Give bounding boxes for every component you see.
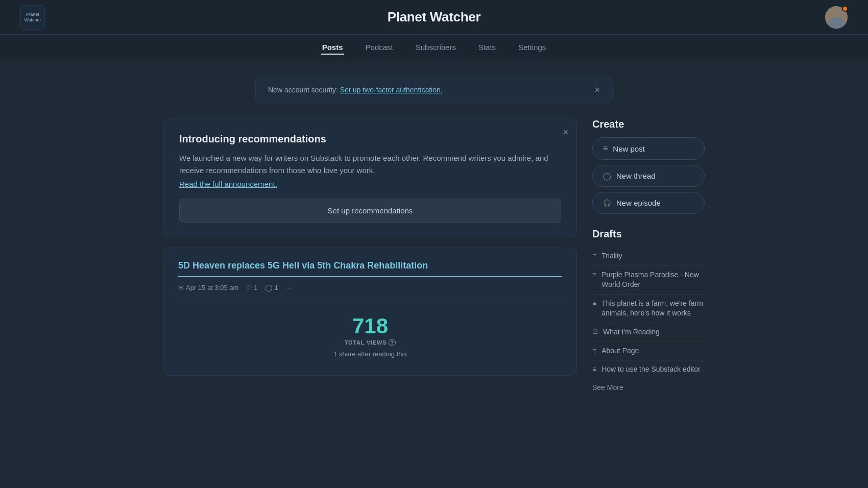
- new-post-button[interactable]: ≡ New post: [592, 137, 705, 160]
- draft-about[interactable]: ≡ About Page: [592, 342, 705, 361]
- total-views-label: TOTAL VIEWS ?: [178, 339, 562, 346]
- comment-icon: ◯: [265, 284, 273, 291]
- post-title[interactable]: 5D Heaven replaces 5G Hell via 5th Chakr…: [178, 260, 562, 277]
- draft-icon-3: ⊡: [592, 328, 598, 335]
- nav-posts[interactable]: Posts: [321, 41, 344, 55]
- draft-icon-1: ≡: [592, 271, 596, 279]
- share-text: 1 share after reading this: [178, 350, 562, 358]
- logo-container: Planet Watcher: [20, 5, 45, 30]
- logo-text: Planet Watcher: [24, 12, 41, 23]
- post-likes: 1: [254, 284, 257, 291]
- total-views-number: 718: [178, 315, 562, 337]
- left-panel: × Introducing recommendations We launche…: [163, 118, 577, 376]
- mail-icon: ✉: [178, 284, 184, 291]
- recommendations-card: × Introducing recommendations We launche…: [163, 118, 577, 237]
- post-meta: ✉ Apr 15 at 3:05 am ♡ 1 ◯ 1 ···: [178, 284, 562, 291]
- drafts-title: Drafts: [592, 228, 705, 240]
- draft-icon-0: ≡: [592, 252, 596, 260]
- recommendations-title: Introducing recommendations: [179, 133, 561, 145]
- two-factor-link[interactable]: Set up two-factor authentication.: [340, 86, 443, 94]
- nav-subscribers[interactable]: Subscribers: [415, 41, 457, 55]
- nav-podcast[interactable]: Podcast: [365, 41, 394, 55]
- episode-icon: 🎧: [603, 199, 611, 207]
- post-date: Apr 15 at 3:05 am: [186, 284, 238, 291]
- drafts-section: Drafts ≡ Triality ≡ Purple Plasma Paradi…: [592, 228, 705, 396]
- security-text: New account security: Set up two-factor …: [268, 86, 443, 94]
- create-title: Create: [592, 118, 705, 130]
- recommendations-body: We launched a new way for writers on Sub…: [179, 152, 561, 177]
- header: Planet Watcher Planet Watcher: [0, 0, 868, 35]
- thread-icon: ◯: [603, 172, 611, 180]
- recommendations-close[interactable]: ×: [563, 127, 568, 138]
- user-avatar[interactable]: [825, 6, 848, 29]
- draft-purple-plasma[interactable]: ≡ Purple Plasma Paradise - New World Ord…: [592, 266, 705, 295]
- right-panel: Create ≡ New post ◯ New thread 🎧 New epi…: [592, 118, 705, 396]
- draft-editor[interactable]: ≡ How to use the Substack editor: [592, 360, 705, 379]
- post-comments: 1: [275, 284, 278, 291]
- nav-stats[interactable]: Stats: [477, 41, 497, 55]
- draft-icon-4: ≡: [592, 347, 596, 355]
- navigation: Posts Podcast Subscribers Stats Settings: [0, 35, 868, 61]
- post-comments-item: ◯ 1: [265, 284, 278, 291]
- main-content: New account security: Set up two-factor …: [153, 61, 715, 411]
- info-icon: ?: [389, 339, 396, 346]
- draft-icon-2: ≡: [592, 299, 596, 307]
- security-banner-close[interactable]: ×: [588, 85, 600, 94]
- see-more-link[interactable]: See More: [592, 379, 705, 396]
- notification-dot: [842, 6, 848, 12]
- setup-recommendations-button[interactable]: Set up recommendations: [179, 199, 561, 223]
- draft-icon-5: ≡: [592, 365, 596, 373]
- menu-icon: ≡: [603, 144, 608, 153]
- post-date-item: ✉ Apr 15 at 3:05 am: [178, 284, 238, 291]
- read-announcement-link[interactable]: Read the full announcement.: [179, 180, 561, 188]
- new-thread-button[interactable]: ◯ New thread: [592, 165, 705, 187]
- post-card: 5D Heaven replaces 5G Hell via 5th Chakr…: [163, 248, 577, 376]
- post-divider: [178, 302, 562, 302]
- site-title: Planet Watcher: [388, 9, 481, 25]
- draft-triality[interactable]: ≡ Triality: [592, 247, 705, 266]
- nav-settings[interactable]: Settings: [517, 41, 547, 55]
- logo-box: Planet Watcher: [20, 5, 45, 30]
- content-row: × Introducing recommendations We launche…: [163, 118, 705, 396]
- post-more-icon[interactable]: ···: [285, 284, 291, 291]
- draft-reading[interactable]: ⊡ What I'm Reading: [592, 323, 705, 342]
- new-episode-button[interactable]: 🎧 New episode: [592, 192, 705, 214]
- post-stats: 718 TOTAL VIEWS ? 1 share after reading …: [178, 310, 562, 363]
- post-likes-item: ♡ 1: [246, 284, 257, 291]
- create-section: Create ≡ New post ◯ New thread 🎧 New epi…: [592, 118, 705, 214]
- security-banner: New account security: Set up two-factor …: [255, 77, 613, 103]
- draft-farm[interactable]: ≡ This planet is a farm, we're farm anim…: [592, 295, 705, 323]
- heart-icon: ♡: [246, 284, 252, 291]
